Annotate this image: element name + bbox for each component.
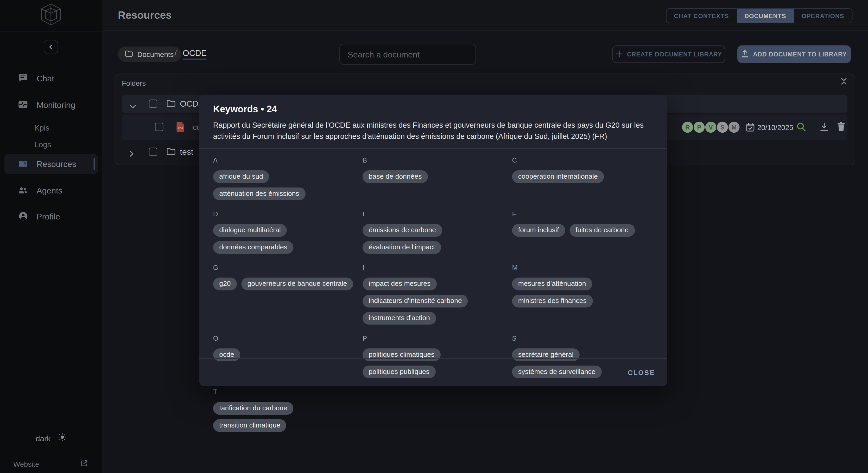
keyword-chip: forum inclusif [512,224,565,236]
monitoring-icon [18,101,28,108]
keyword-group: Ttarification du carbonetransition clima… [213,388,363,432]
keyword-chip: fuites de carbone [569,224,635,236]
upload-icon [742,50,749,59]
keyword-chip: atténuation des émissions [213,187,305,200]
keyword-group: Bbase de données [363,156,512,200]
website-link[interactable]: Website [13,459,88,469]
avatar: R [682,122,693,133]
keyword-chip: g20 [213,277,237,290]
keyword-chip: coopération internationale [512,170,604,183]
sidebar-item-kpis[interactable]: Kpis [4,120,98,135]
breadcrumb-current[interactable]: OCDE [183,48,207,60]
file-date: 20/10/2025 [757,123,793,132]
close-button[interactable]: CLOSE [628,368,655,376]
sidebar-item-logs[interactable]: Logs [4,137,98,152]
keyword-chip: évaluation de l'impact [363,241,441,254]
keyword-chip: gouverneurs de banque centrale [241,277,353,290]
title-separator: • [261,104,264,114]
sidebar-item-agents[interactable]: Agents [4,181,98,199]
folder-icon [166,148,176,158]
view-tabs: CHAT CONTEXTS DOCUMENTS OPERATIONS [666,8,852,23]
keyword-group: Ddialogue multilatéraldonnées comparable… [213,210,363,254]
sidebar-subitem-label: Kpis [34,123,50,132]
document-description: Rapport du Secrétaire général de l'OCDE … [213,120,653,142]
unfold-less-icon[interactable] [841,78,847,85]
pdf-file-icon: PDF [176,122,184,134]
tab-chat-contexts[interactable]: CHAT CONTEXTS [666,9,737,23]
modal-title: Keywords • 24 [213,104,653,115]
theme-label: dark [36,434,51,443]
add-document-to-library-button[interactable]: ADD DOCUMENT TO LIBRARY [737,45,851,63]
keyword-chip: afrique du sud [213,170,269,183]
chevron-right-icon[interactable] [130,149,134,159]
folders-panel-title: Folders [122,79,146,88]
search-input[interactable] [339,44,476,65]
group-letter: M [512,263,653,271]
keyword-group: Iimpact des mesuresindicateurs d'intensi… [363,263,512,324]
create-button-label: CREATE DOCUMENT LIBRARY [627,51,722,58]
keyword-chip: mesures d'atténuation [512,277,592,290]
keyword-group: Eémissions de carboneévaluation de l'imp… [363,210,512,254]
plus-icon [615,50,623,58]
keyword-group: Gg20gouverneurs de banque centrale [213,263,363,324]
keyword-chip: tarification du carbone [213,402,293,414]
sidebar: Chat Monitoring Kpis Logs Resources Agen [0,0,102,473]
people-icon [18,187,28,194]
sidebar-item-label: Chat [36,73,54,83]
tab-documents[interactable]: DOCUMENTS [737,9,794,23]
modal-footer: CLOSE [199,358,667,386]
keyword-group: Fforum inclusiffuites de carbone [512,210,653,254]
create-document-library-button[interactable]: CREATE DOCUMENT LIBRARY [612,45,725,63]
svg-text:PDF: PDF [178,127,183,130]
group-letter: S [512,334,653,342]
sidebar-item-label: Profile [36,211,60,221]
keyword-group: Mmesures d'atténuationministres des fina… [512,263,653,324]
sidebar-item-chat[interactable]: Chat [4,69,98,88]
chevron-down-icon[interactable] [130,101,136,111]
search-document-icon[interactable] [797,122,806,134]
group-letter: C [512,156,653,164]
tab-operations[interactable]: OPERATIONS [794,9,852,23]
person-circle-icon [18,212,28,221]
sidebar-divider [0,31,102,31]
keyword-count: 24 [267,104,277,114]
sidebar-item-label: Monitoring [36,100,75,109]
sidebar-collapse-button[interactable] [44,40,58,54]
group-letter: G [213,263,363,271]
sun-icon [58,433,66,443]
keyword-chip: transition climatique [213,419,286,432]
website-label: Website [13,460,39,468]
keyword-chip: données comparables [213,241,293,254]
group-letter: E [363,210,512,218]
keyword-chip: instruments d'action [363,311,436,324]
keyword-chip: émissions de carbone [363,224,442,236]
breadcrumb-root[interactable]: Documents [118,46,181,62]
keyword-chip: indicateurs d'intensité carbone [363,294,468,307]
group-letter: I [363,263,512,271]
keyword-chip: base de données [363,170,428,183]
folder-checkbox[interactable] [149,148,157,156]
download-icon[interactable] [820,122,829,134]
file-checkbox[interactable] [155,123,163,131]
sidebar-item-profile[interactable]: Profile [4,207,98,226]
folder-icon [166,100,176,109]
folder-checkbox[interactable] [149,100,157,108]
theme-toggle[interactable]: dark [0,433,102,443]
avatar: V [705,122,716,133]
avatar-group: RPVSM [682,122,739,133]
keyword-groups: Aafrique du sudatténuation des émissions… [199,148,667,432]
folder-icon [125,50,133,58]
trash-icon[interactable] [837,122,845,134]
chat-icon [18,74,28,82]
group-letter: P [363,334,512,342]
sidebar-item-resources[interactable]: Resources [4,154,98,174]
app-root: Chat Monitoring Kpis Logs Resources Agen [0,0,868,473]
sidebar-item-monitoring[interactable]: Monitoring [4,95,98,114]
add-button-label: ADD DOCUMENT TO LIBRARY [753,51,847,58]
external-link-icon [81,459,88,469]
modal-header: Keywords • 24 Rapport du Secrétaire géné… [199,95,667,148]
page-title: Resources [118,9,172,22]
group-letter: O [213,334,363,342]
sidebar-item-label: Resources [36,159,76,169]
active-indicator-bar [93,158,95,170]
